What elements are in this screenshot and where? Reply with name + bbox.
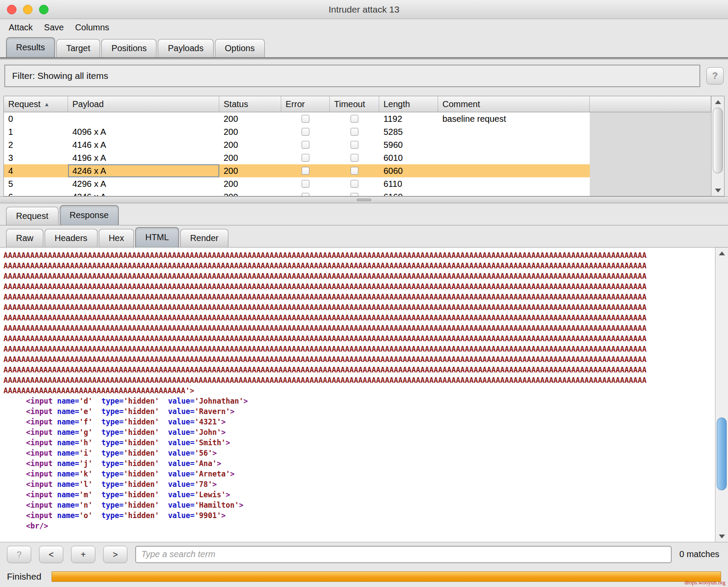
code-tag: <input [26,428,52,437]
tab-results[interactable]: Results [6,37,55,57]
cell-error [281,125,330,138]
code-value: 'hidden' [124,428,159,437]
tab-payloads[interactable]: Payloads [158,39,213,57]
cell-length: 5960 [379,138,438,151]
html-input-line: <input name='m' type='hidden' value='Lew… [3,489,711,500]
filter-bar[interactable]: Filter: Showing all items [4,65,700,87]
search-add-button[interactable]: + [71,546,95,563]
tab-raw[interactable]: Raw [6,229,43,247]
error-checkbox[interactable] [302,115,309,123]
column-header-request[interactable]: Request▲ [4,96,68,112]
column-header-payload[interactable]: Payload [68,96,219,112]
code-attr: value= [168,490,195,499]
table-row[interactable]: 34196 x A2006010 [4,151,711,164]
zoom-button[interactable] [39,5,49,14]
scroll-up-icon[interactable] [712,97,724,107]
column-header-comment[interactable]: Comment [438,96,590,112]
timeout-checkbox[interactable] [351,128,358,136]
code-value: '9901' [195,511,221,520]
status-label: Finished [7,571,41,582]
timeout-checkbox[interactable] [351,180,358,188]
code-value: 'j' [79,459,93,468]
cell-error [281,190,330,196]
code-value: 'n' [79,501,93,509]
timeout-checkbox[interactable] [351,141,358,149]
results-table: Request▲PayloadStatusErrorTimeoutLengthC… [3,96,725,196]
status-bar: Finished [0,566,728,587]
window-controls [7,5,49,14]
error-checkbox[interactable] [302,167,309,175]
cell-timeout [330,190,379,196]
search-input[interactable] [135,546,672,563]
code-attr: value= [168,449,195,457]
search-prev-button[interactable]: < [39,546,63,563]
menu-item-columns[interactable]: Columns [75,23,109,33]
code-tag: <input [26,438,52,447]
timeout-checkbox[interactable] [351,115,358,123]
code-value: 'k' [79,470,93,478]
table-row[interactable]: 24146 x A2005960 [4,138,711,151]
code-tag: > [244,397,248,405]
code-attr: type= [101,417,124,426]
error-checkbox[interactable] [302,128,309,136]
response-scrollbar-thumb[interactable] [717,417,727,490]
splitter-grip[interactable] [357,199,371,201]
code-attr: name= [57,490,79,499]
tab-response[interactable]: Response [60,205,119,225]
table-row[interactable]: 54296 x A2006110 [4,177,711,190]
cell-error [281,164,330,177]
column-header-status[interactable]: Status [219,96,281,112]
code-value: 'o' [79,511,93,520]
scroll-up-icon[interactable] [715,248,728,258]
column-header-timeout[interactable]: Timeout [330,96,379,112]
tab-request[interactable]: Request [6,207,58,225]
tab-headers[interactable]: Headers [45,229,98,247]
message-tab-bar: RequestResponse [0,203,728,225]
tab-render[interactable]: Render [180,229,229,247]
tab-positions[interactable]: Positions [101,39,156,57]
tab-target[interactable]: Target [56,39,101,57]
column-header-length[interactable]: Length [379,96,438,112]
search-button-bar: ?<+> [7,546,127,563]
code-tag: <input [26,417,52,426]
table-row[interactable]: 44246 x A2006060 [4,164,711,177]
error-checkbox[interactable] [302,141,309,149]
menu-item-attack[interactable]: Attack [9,23,33,33]
column-label: Timeout [334,99,365,109]
help-button[interactable]: ? [706,67,724,85]
error-checkbox[interactable] [302,180,309,188]
code-value: 'hidden' [124,449,159,457]
table-row[interactable]: 02001192baseline request [4,112,711,125]
menu-item-save[interactable]: Save [44,23,64,33]
close-button[interactable] [7,5,16,14]
column-header-filler [590,96,711,112]
timeout-checkbox[interactable] [351,154,358,162]
tab-options[interactable]: Options [215,39,265,57]
code-value: 'hidden' [124,459,159,468]
search-next-button[interactable]: > [103,546,127,563]
code-tag: <input [26,397,52,405]
html-input-line: <input name='l' type='hidden' value='78'… [3,479,711,489]
error-checkbox[interactable] [302,154,309,162]
cell-comment [438,164,590,177]
splitter[interactable] [0,196,728,203]
scroll-down-icon[interactable] [712,186,724,195]
code-value: 'hidden' [124,470,159,478]
timeout-checkbox[interactable] [351,193,358,196]
column-header-error[interactable]: Error [281,96,330,112]
table-header: Request▲PayloadStatusErrorTimeoutLengthC… [4,96,711,112]
tab-html[interactable]: HTML [135,227,179,247]
search-help-button[interactable]: ? [7,546,31,563]
scroll-down-icon[interactable] [715,532,728,541]
minimize-button[interactable] [23,5,32,14]
html-input-line: <input name='f' type='hidden' value='432… [3,417,711,427]
error-checkbox[interactable] [302,193,309,196]
tab-hex[interactable]: Hex [99,229,134,247]
overflow-suffix: '> [185,386,194,395]
table-row[interactable]: 14096 x A2005285 [4,125,711,138]
timeout-checkbox[interactable] [351,167,358,175]
code-value: 'hidden' [124,397,159,405]
table-row[interactable]: 64346 x A2006160 [4,190,711,196]
code-attr: type= [101,490,124,499]
table-scrollbar-thumb[interactable] [713,108,723,173]
